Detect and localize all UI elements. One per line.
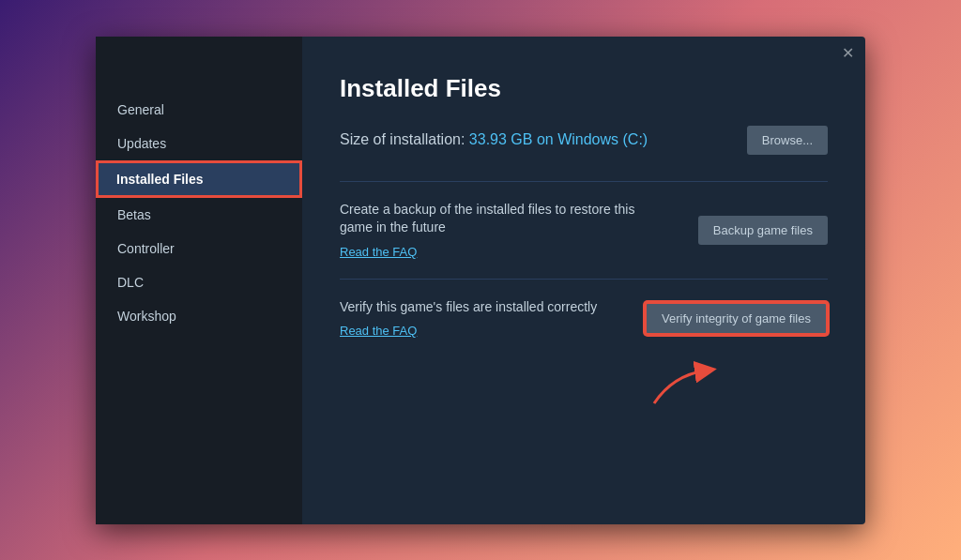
sidebar-item-dlc[interactable]: DLC — [96, 265, 302, 299]
verify-description: Verify this game's files are installed c… — [340, 298, 617, 317]
sidebar-item-betas[interactable]: Betas — [96, 198, 302, 232]
verify-faq-link[interactable]: Read the FAQ — [340, 324, 417, 338]
install-size-row: Size of installation: 33.93 GB on Window… — [340, 126, 828, 155]
browse-button[interactable]: Browse... — [747, 126, 828, 155]
backup-section: Create a backup of the installed files t… — [340, 181, 828, 279]
verify-integrity-button[interactable]: Verify integrity of game files — [645, 302, 828, 335]
sidebar: General Updates Installed Files Betas Co… — [96, 37, 302, 524]
sidebar-item-installed-files[interactable]: Installed Files — [96, 160, 302, 198]
backup-section-info: Create a backup of the installed files t… — [340, 201, 670, 260]
sidebar-item-controller[interactable]: Controller — [96, 232, 302, 265]
backup-button[interactable]: Backup game files — [698, 216, 828, 245]
main-content: Installed Files Size of installation: 33… — [302, 37, 865, 524]
install-size-info: Size of installation: 33.93 GB on Window… — [340, 131, 648, 148]
install-size-value: 33.93 GB on Windows (C:) — [469, 131, 648, 147]
arrow-annotation — [645, 356, 720, 416]
backup-description: Create a backup of the installed files t… — [340, 201, 670, 237]
install-size-label: Size of installation: — [340, 131, 465, 147]
verify-section: Verify this game's files are installed c… — [340, 279, 828, 358]
page-title: Installed Files — [340, 74, 828, 103]
verify-section-info: Verify this game's files are installed c… — [340, 298, 617, 340]
sidebar-item-updates[interactable]: Updates — [96, 127, 302, 160]
dialog-body: General Updates Installed Files Betas Co… — [96, 37, 865, 524]
sidebar-item-general[interactable]: General — [96, 93, 302, 127]
sidebar-item-workshop[interactable]: Workshop — [96, 299, 302, 333]
backup-faq-link[interactable]: Read the FAQ — [340, 245, 417, 259]
close-button[interactable]: ✕ — [842, 46, 854, 61]
steam-properties-dialog: ✕ General Updates Installed Files Betas … — [96, 37, 865, 524]
